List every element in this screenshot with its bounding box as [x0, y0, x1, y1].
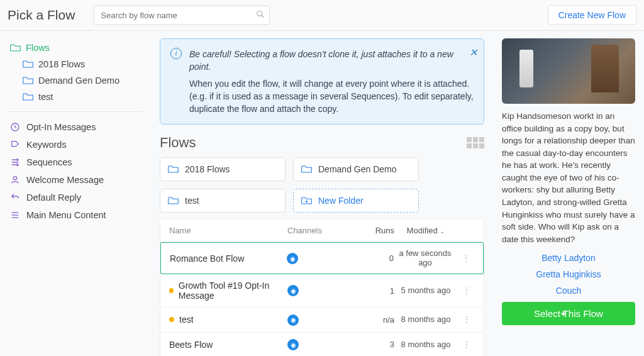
row-modified: a few seconds ago	[394, 249, 457, 267]
folder-icon	[168, 196, 179, 205]
table-row[interactable]: test◉n/a8 months ago⋮	[160, 308, 484, 333]
sidebar-folder[interactable]: test	[8, 89, 142, 105]
sidebar-nav-label: Sequences	[26, 157, 72, 167]
sequences-icon	[10, 157, 20, 167]
channel-badge-messenger: ◉	[287, 253, 298, 264]
select-this-flow-button[interactable]: Select This Flow ✦	[502, 302, 635, 325]
folder-icon	[23, 76, 33, 85]
sidebar-nav-label: Opt-In Messages	[26, 122, 96, 132]
main-content: i Be careful! Selecting a flow doesn't c…	[150, 31, 494, 356]
page-title: Pick a Flow	[8, 8, 75, 23]
table-row[interactable]: Beets Flow◉38 months ago⋮	[160, 333, 484, 356]
folder-icon	[168, 165, 179, 174]
sidebar-nav-label: Keywords	[26, 140, 67, 150]
preview-option[interactable]: Gretta Huginkiss	[536, 269, 601, 279]
folder-icon	[23, 60, 33, 69]
sidebar-nav-label: Main Menu Content	[26, 210, 106, 220]
preview-option[interactable]: Betty Ladyton	[541, 253, 596, 263]
sidebar-nav-item[interactable]: Welcome Message	[8, 171, 142, 189]
welcome-icon	[10, 175, 20, 185]
preview-panel: Kip Handsomeson workt in an office build…	[494, 31, 644, 356]
row-name: test	[179, 314, 194, 325]
reply-icon	[10, 192, 20, 203]
folder-card[interactable]: Demand Gen Demo	[293, 157, 419, 181]
status-dot	[169, 288, 174, 293]
row-runs: 0	[350, 253, 394, 263]
row-menu-icon[interactable]: ⋮	[457, 253, 474, 264]
create-new-flow-button[interactable]: Create New Flow	[548, 5, 636, 25]
preview-text: Kip Handsomeson workt in an office build…	[502, 110, 635, 245]
preview-option[interactable]: Couch	[556, 286, 581, 296]
table-row[interactable]: Romance Bot Flow◉0a few seconds ago⋮	[160, 242, 484, 274]
svg-point-0	[257, 11, 262, 16]
row-menu-icon[interactable]: ⋮	[457, 340, 475, 350]
folder-card[interactable]: 2018 Flows	[160, 157, 286, 181]
row-modified: 8 months ago	[394, 340, 457, 349]
sidebar-nav-label: Welcome Message	[26, 175, 104, 185]
folder-icon	[301, 165, 312, 174]
sidebar-folder[interactable]: 2018 Flows	[8, 56, 142, 72]
row-menu-icon[interactable]: ⋮	[457, 286, 475, 296]
table-row[interactable]: Growth Tool #19 Opt-In Message◉15 months…	[160, 274, 484, 308]
row-name: Growth Tool #19 Opt-In Message	[179, 281, 287, 301]
col-modified[interactable]: Modified ⌄	[394, 226, 457, 235]
info-icon: i	[170, 48, 182, 59]
row-runs: 1	[350, 286, 394, 296]
alert-emphasis: Be careful! Selecting a flow doesn't clo…	[189, 48, 474, 74]
svg-line-1	[262, 15, 264, 18]
search-wrapper	[94, 6, 270, 25]
search-icon	[256, 10, 265, 21]
preview-image	[502, 38, 635, 104]
row-menu-icon[interactable]: ⋮	[457, 314, 475, 325]
sidebar-folder[interactable]: Demand Gen Demo	[8, 72, 142, 89]
section-title: Flows	[160, 135, 467, 151]
row-runs: n/a	[350, 315, 394, 325]
sidebar: Flows 2018 FlowsDemand Gen Demotest Opt-…	[0, 31, 150, 356]
folder-card-label: test	[185, 196, 199, 206]
col-runs[interactable]: Runs	[350, 226, 394, 235]
sidebar-folder-label: Demand Gen Demo	[38, 75, 119, 86]
table-header: Name Channels Runs Modified ⌄	[160, 220, 484, 242]
sidebar-divider	[8, 111, 142, 112]
search-input[interactable]	[94, 6, 270, 25]
channel-badge-messenger: ◉	[287, 339, 299, 350]
folder-card-label: 2018 Flows	[185, 164, 230, 174]
channel-badge-messenger: ◉	[287, 314, 299, 326]
sidebar-root-label: Flows	[26, 43, 50, 53]
sidebar-nav-item[interactable]: Opt-In Messages	[8, 118, 142, 136]
folder-card[interactable]: test	[160, 189, 286, 213]
col-channels[interactable]: Channels	[287, 226, 350, 235]
channel-badge-messenger: ◉	[287, 285, 299, 296]
row-name: Romance Bot Flow	[170, 253, 244, 264]
chevron-down-icon: ⌄	[440, 228, 445, 235]
folder-icon	[10, 43, 21, 52]
close-icon[interactable]: ✕	[469, 45, 477, 60]
keywords-icon	[10, 140, 20, 150]
row-name: Beets Flow	[169, 340, 213, 350]
sidebar-nav-label: Default Reply	[26, 192, 81, 203]
sidebar-nav-item[interactable]: Main Menu Content	[8, 206, 142, 224]
alert-box: i Be careful! Selecting a flow doesn't c…	[160, 38, 484, 125]
svg-point-3	[13, 177, 16, 180]
sidebar-root-flows[interactable]: Flows	[8, 40, 142, 56]
new-folder-icon	[301, 196, 312, 205]
sidebar-nav-item[interactable]: Sequences	[8, 153, 142, 171]
sidebar-folder-label: test	[38, 92, 53, 102]
new-folder-card[interactable]: New Folder	[293, 189, 419, 213]
sidebar-nav-item[interactable]: Keywords	[8, 136, 142, 153]
flows-table: Name Channels Runs Modified ⌄ Romance Bo…	[160, 219, 484, 356]
view-toggle[interactable]	[467, 137, 484, 148]
optin-icon	[10, 122, 20, 132]
row-modified: 8 months ago	[394, 315, 457, 324]
alert-body: When you edit the flow, it will change a…	[189, 77, 474, 116]
new-folder-label: New Folder	[318, 196, 364, 206]
col-name[interactable]: Name	[169, 226, 287, 235]
cursor-icon: ✦	[560, 309, 567, 319]
sidebar-nav-item[interactable]: Default Reply	[8, 189, 142, 206]
row-runs: 3	[350, 340, 394, 349]
folder-icon	[23, 92, 33, 101]
row-modified: 5 months ago	[394, 286, 457, 295]
menu-icon	[10, 210, 20, 220]
header: Pick a Flow Create New Flow	[0, 0, 644, 31]
folder-card-label: Demand Gen Demo	[318, 164, 397, 174]
